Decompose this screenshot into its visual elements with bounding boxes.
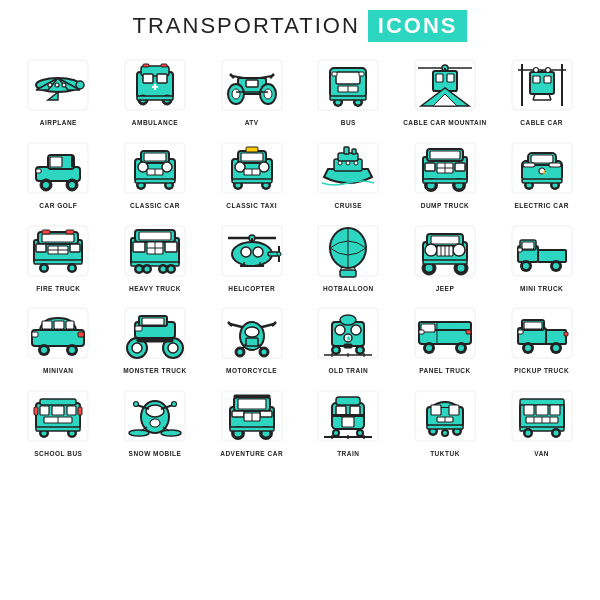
svg-point-206 (425, 264, 432, 271)
icon-airplane: AIRPLANE (12, 50, 105, 129)
header: TRANSPORTATION ICONS (133, 10, 468, 42)
svg-point-68 (533, 68, 538, 73)
svg-rect-37 (336, 72, 360, 84)
icons-grid: AIRPLANE (12, 50, 588, 460)
svg-point-157 (70, 265, 75, 270)
svg-rect-114 (352, 149, 356, 154)
svg-point-346 (334, 431, 338, 435)
fire-truck-icon (22, 220, 94, 282)
icon-motorcycle: MOTORCYCLE (205, 298, 298, 377)
svg-rect-133 (523, 163, 535, 167)
svg-point-181 (241, 247, 251, 257)
svg-rect-361 (427, 425, 463, 429)
svg-point-216 (523, 263, 529, 269)
ambulance-icon (119, 54, 191, 116)
svg-rect-275 (419, 330, 424, 334)
old-train-icon: ★ (312, 302, 384, 364)
svg-point-281 (458, 345, 464, 351)
classic-taxi-icon (216, 137, 288, 199)
icon-cable-car-mountain: CABLE CAR MOUNTAIN (399, 50, 492, 129)
svg-point-6 (62, 83, 66, 87)
svg-text:★: ★ (345, 334, 352, 343)
svg-rect-149 (70, 244, 80, 252)
svg-rect-97 (246, 147, 258, 152)
school-bus-icon (22, 385, 94, 447)
ambulance-label: AMBULANCE (132, 119, 178, 127)
svg-rect-307 (36, 427, 80, 431)
svg-rect-145 (42, 234, 74, 242)
svg-point-376 (553, 431, 558, 436)
van-icon (506, 385, 578, 447)
train-label: TRAIN (337, 450, 359, 458)
icon-mini-truck: MINI TRUCK (495, 216, 588, 295)
svg-rect-240 (135, 326, 142, 331)
svg-point-169 (136, 266, 141, 271)
icon-tuktuk: TUKTUK (399, 381, 492, 460)
svg-rect-223 (54, 321, 64, 329)
svg-point-78 (69, 182, 75, 188)
dump-truck-label: DUMP TRUCK (421, 202, 470, 210)
svg-point-247 (245, 327, 259, 337)
icon-school-bus: SCHOOL BUS (12, 381, 105, 460)
svg-rect-120 (455, 163, 465, 171)
svg-point-314 (171, 402, 176, 407)
svg-point-235 (168, 343, 178, 353)
svg-point-182 (253, 247, 263, 257)
svg-rect-333 (230, 427, 274, 431)
svg-rect-209 (423, 260, 467, 264)
svg-point-111 (346, 161, 350, 165)
van-label: VAN (534, 450, 549, 458)
svg-rect-366 (536, 405, 548, 415)
svg-rect-239 (142, 318, 164, 325)
svg-rect-146 (42, 230, 50, 234)
svg-rect-62 (533, 76, 540, 83)
motorcycle-icon (216, 302, 288, 364)
svg-rect-336 (336, 397, 360, 405)
svg-point-180 (232, 242, 272, 266)
panel-truck-icon (409, 302, 481, 364)
adventure-car-icon (216, 385, 288, 447)
svg-point-279 (426, 345, 432, 351)
svg-rect-12 (143, 74, 153, 83)
svg-rect-295 (40, 399, 76, 405)
icon-heavy-truck: HEAVY TRUCK (109, 216, 202, 295)
svg-point-199 (425, 244, 437, 256)
svg-rect-351 (431, 405, 441, 415)
icon-hotballoon: HOTBALLOON (302, 216, 395, 295)
svg-point-69 (545, 68, 550, 73)
svg-point-292 (553, 345, 559, 351)
svg-rect-16 (143, 64, 149, 67)
minivan-icon (22, 302, 94, 364)
icon-jeep: JEEP (399, 216, 492, 295)
bus-icon (312, 54, 384, 116)
svg-rect-79 (36, 169, 41, 173)
svg-rect-324 (234, 395, 270, 398)
monster-truck-label: MONSTER TRUCK (123, 367, 187, 375)
header-highlight: ICONS (368, 10, 468, 42)
classic-car-icon (119, 137, 191, 199)
icon-car-golf: CAR GOLF (12, 133, 105, 212)
svg-point-319 (150, 419, 160, 427)
icon-pickup-truck: PICKUP TRUCK (495, 298, 588, 377)
page: TRANSPORTATION ICONS (0, 0, 600, 600)
mini-truck-icon (506, 220, 578, 282)
car-golf-label: CAR GOLF (39, 202, 77, 210)
icon-cruise: CRUISE (302, 133, 395, 212)
svg-rect-198 (431, 236, 459, 244)
svg-point-173 (160, 266, 165, 271)
hotballoon-label: HOTBALLOON (323, 285, 374, 293)
svg-rect-225 (32, 332, 38, 337)
svg-point-233 (132, 343, 142, 353)
svg-point-315 (129, 430, 149, 436)
svg-rect-162 (133, 242, 145, 252)
fire-truck-label: FIRE TRUCK (36, 285, 80, 293)
svg-rect-46 (330, 96, 366, 100)
svg-point-112 (354, 161, 358, 165)
heavy-truck-icon (119, 220, 191, 282)
monster-truck-icon (119, 302, 191, 364)
helicopter-label: HELICOPTER (228, 285, 275, 293)
icon-helicopter: HELICOPTER (205, 216, 298, 295)
tuktuk-icon (409, 385, 481, 447)
svg-point-254 (261, 350, 266, 355)
svg-rect-286 (524, 322, 542, 329)
